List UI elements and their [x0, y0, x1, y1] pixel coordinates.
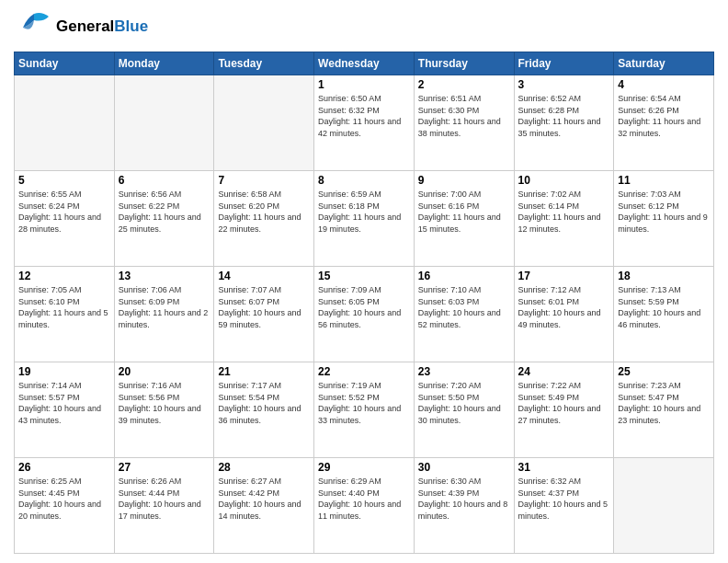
day-cell: 18Sunrise: 7:13 AM Sunset: 5:59 PM Dayli…	[614, 267, 714, 362]
day-cell: 17Sunrise: 7:12 AM Sunset: 6:01 PM Dayli…	[514, 267, 614, 362]
day-info: Sunrise: 7:09 AM Sunset: 6:05 PM Dayligh…	[318, 284, 410, 330]
page: GeneralBlue SundayMondayTuesdayWednesday…	[0, 0, 728, 563]
day-info: Sunrise: 7:19 AM Sunset: 5:52 PM Dayligh…	[318, 380, 410, 426]
day-cell: 29Sunrise: 6:29 AM Sunset: 4:40 PM Dayli…	[314, 458, 415, 554]
day-number: 9	[418, 174, 510, 187]
day-info: Sunrise: 6:59 AM Sunset: 6:18 PM Dayligh…	[318, 189, 410, 235]
day-info: Sunrise: 7:05 AM Sunset: 6:10 PM Dayligh…	[18, 284, 110, 330]
day-cell	[614, 458, 714, 554]
day-info: Sunrise: 6:26 AM Sunset: 4:44 PM Dayligh…	[119, 476, 210, 522]
day-cell	[114, 75, 214, 171]
day-number: 23	[418, 365, 510, 378]
day-cell: 21Sunrise: 7:17 AM Sunset: 5:54 PM Dayli…	[214, 362, 314, 458]
day-number: 17	[518, 270, 610, 282]
day-cell: 14Sunrise: 7:07 AM Sunset: 6:07 PM Dayli…	[214, 267, 314, 362]
day-cell: 13Sunrise: 7:06 AM Sunset: 6:09 PM Dayli…	[114, 267, 214, 362]
day-info: Sunrise: 6:56 AM Sunset: 6:22 PM Dayligh…	[119, 189, 210, 235]
day-number: 7	[218, 174, 310, 187]
day-number: 19	[18, 365, 110, 378]
day-number: 24	[518, 365, 610, 378]
day-info: Sunrise: 6:51 AM Sunset: 6:30 PM Dayligh…	[418, 93, 510, 139]
day-number: 30	[418, 461, 510, 474]
day-number: 10	[518, 174, 610, 187]
day-cell: 3Sunrise: 6:52 AM Sunset: 6:28 PM Daylig…	[514, 75, 614, 171]
weekday-sunday: Sunday	[15, 52, 115, 75]
day-cell: 12Sunrise: 7:05 AM Sunset: 6:10 PM Dayli…	[15, 267, 115, 362]
day-number: 15	[318, 270, 410, 282]
day-info: Sunrise: 6:29 AM Sunset: 4:40 PM Dayligh…	[318, 476, 410, 522]
day-info: Sunrise: 7:17 AM Sunset: 5:54 PM Dayligh…	[218, 380, 310, 426]
day-cell	[214, 75, 314, 171]
day-number: 12	[18, 270, 110, 282]
day-number: 16	[418, 270, 510, 282]
day-cell: 22Sunrise: 7:19 AM Sunset: 5:52 PM Dayli…	[314, 362, 415, 458]
day-cell: 5Sunrise: 6:55 AM Sunset: 6:24 PM Daylig…	[15, 171, 115, 267]
day-cell: 6Sunrise: 6:56 AM Sunset: 6:22 PM Daylig…	[114, 171, 214, 267]
day-cell: 9Sunrise: 7:00 AM Sunset: 6:16 PM Daylig…	[414, 171, 514, 267]
day-info: Sunrise: 7:20 AM Sunset: 5:50 PM Dayligh…	[418, 380, 510, 426]
day-cell: 26Sunrise: 6:25 AM Sunset: 4:45 PM Dayli…	[15, 458, 115, 554]
day-number: 18	[618, 270, 710, 282]
weekday-thursday: Thursday	[414, 52, 514, 75]
week-row-5: 26Sunrise: 6:25 AM Sunset: 4:45 PM Dayli…	[15, 458, 714, 554]
day-info: Sunrise: 6:54 AM Sunset: 6:26 PM Dayligh…	[618, 93, 710, 139]
day-cell: 27Sunrise: 6:26 AM Sunset: 4:44 PM Dayli…	[114, 458, 214, 554]
day-info: Sunrise: 7:00 AM Sunset: 6:16 PM Dayligh…	[418, 189, 510, 235]
weekday-wednesday: Wednesday	[314, 52, 415, 75]
day-cell: 28Sunrise: 6:27 AM Sunset: 4:42 PM Dayli…	[214, 458, 314, 554]
day-number: 29	[318, 461, 410, 474]
day-cell: 10Sunrise: 7:02 AM Sunset: 6:14 PM Dayli…	[514, 171, 614, 267]
week-row-3: 12Sunrise: 7:05 AM Sunset: 6:10 PM Dayli…	[15, 267, 714, 362]
day-info: Sunrise: 7:06 AM Sunset: 6:09 PM Dayligh…	[119, 284, 210, 330]
day-cell: 25Sunrise: 7:23 AM Sunset: 5:47 PM Dayli…	[614, 362, 714, 458]
day-number: 8	[318, 174, 410, 187]
day-info: Sunrise: 6:25 AM Sunset: 4:45 PM Dayligh…	[18, 476, 110, 522]
day-info: Sunrise: 7:22 AM Sunset: 5:49 PM Dayligh…	[518, 380, 610, 426]
logo: GeneralBlue	[14, 9, 148, 44]
day-cell: 16Sunrise: 7:10 AM Sunset: 6:03 PM Dayli…	[414, 267, 514, 362]
day-info: Sunrise: 6:32 AM Sunset: 4:37 PM Dayligh…	[518, 476, 610, 522]
day-number: 13	[119, 270, 210, 282]
day-number: 2	[418, 78, 510, 91]
day-info: Sunrise: 7:16 AM Sunset: 5:56 PM Dayligh…	[119, 380, 210, 426]
weekday-saturday: Saturday	[614, 52, 714, 75]
day-info: Sunrise: 7:03 AM Sunset: 6:12 PM Dayligh…	[618, 189, 710, 235]
day-cell: 4Sunrise: 6:54 AM Sunset: 6:26 PM Daylig…	[614, 75, 714, 171]
day-number: 28	[218, 461, 310, 474]
day-number: 14	[218, 270, 310, 282]
day-number: 1	[318, 78, 410, 91]
day-info: Sunrise: 7:12 AM Sunset: 6:01 PM Dayligh…	[518, 284, 610, 330]
day-cell: 15Sunrise: 7:09 AM Sunset: 6:05 PM Dayli…	[314, 267, 415, 362]
day-info: Sunrise: 7:14 AM Sunset: 5:57 PM Dayligh…	[18, 380, 110, 426]
day-number: 25	[618, 365, 710, 378]
day-cell: 1Sunrise: 6:50 AM Sunset: 6:32 PM Daylig…	[314, 75, 415, 171]
day-number: 3	[518, 78, 610, 91]
day-number: 20	[119, 365, 210, 378]
day-info: Sunrise: 7:07 AM Sunset: 6:07 PM Dayligh…	[218, 284, 310, 330]
header: GeneralBlue	[14, 9, 714, 44]
day-number: 27	[119, 461, 210, 474]
day-cell: 19Sunrise: 7:14 AM Sunset: 5:57 PM Dayli…	[15, 362, 115, 458]
day-info: Sunrise: 6:27 AM Sunset: 4:42 PM Dayligh…	[218, 476, 310, 522]
day-number: 22	[318, 365, 410, 378]
day-info: Sunrise: 6:52 AM Sunset: 6:28 PM Dayligh…	[518, 93, 610, 139]
day-cell: 11Sunrise: 7:03 AM Sunset: 6:12 PM Dayli…	[614, 171, 714, 267]
day-cell: 20Sunrise: 7:16 AM Sunset: 5:56 PM Dayli…	[114, 362, 214, 458]
day-cell: 8Sunrise: 6:59 AM Sunset: 6:18 PM Daylig…	[314, 171, 415, 267]
logo-name: GeneralBlue	[56, 18, 148, 36]
week-row-1: 1Sunrise: 6:50 AM Sunset: 6:32 PM Daylig…	[15, 75, 714, 171]
logo-bird-icon	[14, 9, 54, 44]
day-cell	[15, 75, 115, 171]
day-number: 5	[18, 174, 110, 187]
weekday-tuesday: Tuesday	[214, 52, 314, 75]
day-info: Sunrise: 6:30 AM Sunset: 4:39 PM Dayligh…	[418, 476, 510, 522]
weekday-header-row: SundayMondayTuesdayWednesdayThursdayFrid…	[15, 52, 714, 75]
day-info: Sunrise: 7:13 AM Sunset: 5:59 PM Dayligh…	[618, 284, 710, 330]
day-number: 6	[119, 174, 210, 187]
day-number: 21	[218, 365, 310, 378]
day-cell: 2Sunrise: 6:51 AM Sunset: 6:30 PM Daylig…	[414, 75, 514, 171]
week-row-4: 19Sunrise: 7:14 AM Sunset: 5:57 PM Dayli…	[15, 362, 714, 458]
day-info: Sunrise: 6:58 AM Sunset: 6:20 PM Dayligh…	[218, 189, 310, 235]
day-cell: 30Sunrise: 6:30 AM Sunset: 4:39 PM Dayli…	[414, 458, 514, 554]
day-info: Sunrise: 7:02 AM Sunset: 6:14 PM Dayligh…	[518, 189, 610, 235]
